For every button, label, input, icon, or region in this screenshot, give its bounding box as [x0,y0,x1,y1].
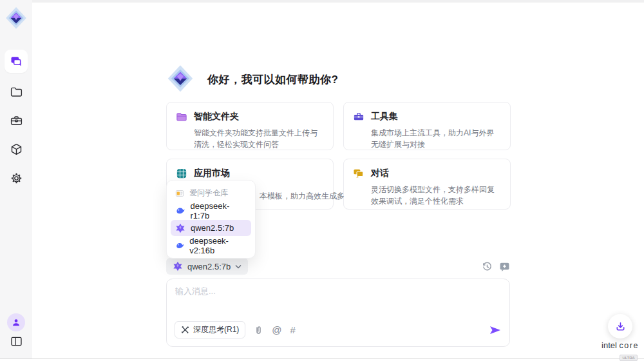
deep-think-button[interactable]: 深度思考(R1) [175,321,245,338]
sidebar-item-account[interactable] [0,313,32,331]
smart-folder-icon [176,111,187,123]
attachment-icon[interactable] [254,325,263,335]
model-bar: qwen2.5:7b [166,258,510,275]
sidebar-item-folders[interactable] [0,85,32,99]
card-description: 灵活切换多模型文件，支持多样回复效果调试，满足个性化需求 [371,184,501,207]
model-dropdown: 爱问学仓库 deepseek-r1:7b qwen2.5:7b deepseek… [166,180,256,259]
gear-icon [10,172,23,185]
intel-core-text: core [620,341,639,350]
card-title: 应用市场 [194,168,230,179]
chat-icon [10,55,23,68]
send-icon [489,325,501,335]
window-bottom-border [0,358,644,359]
composer: 深度思考(R1) @ # [166,279,510,347]
sidebar-item-settings[interactable] [0,172,32,185]
cube-icon [10,142,23,156]
dialog-icon [353,168,365,179]
app-logo-icon [5,6,27,31]
model-option-qwen[interactable]: qwen2.5:7b [171,220,251,236]
chevron-down-icon [235,264,242,269]
avatar [7,313,25,331]
hash-icon[interactable]: # [290,325,296,335]
deep-think-icon [181,326,189,334]
card-title: 智能文件夹 [194,111,239,123]
deep-think-label: 深度思考(R1) [193,324,239,335]
card-description-partial: 本模板，助力高效生成多 [260,191,345,202]
repo-icon [175,189,184,198]
sidebar-item-toolbox[interactable] [0,114,32,128]
layout-toggle-icon [10,335,23,348]
greeting-logo-icon [166,64,194,94]
composer-toolbar: 深度思考(R1) @ # [175,321,501,338]
intel-brand-text: intel [601,340,617,350]
briefcase-icon [10,114,23,128]
user-icon [11,317,21,328]
new-chat-icon[interactable] [499,261,510,272]
app-market-icon [176,168,187,179]
send-button[interactable] [489,325,501,335]
card-toolset[interactable]: 工具集 集成市场上主流工具，助力AI与外界无缝扩展与对接 [343,102,511,150]
download-icon [615,321,626,332]
card-title: 工具集 [371,111,398,123]
qwen-icon [173,261,183,271]
greeting-title: 你好，我可以如何帮助你? [207,72,338,87]
model-option-deepseek-v2[interactable]: deepseek-v2:16b [171,237,251,253]
main-content: 你好，我可以如何帮助你? 智能文件夹 智能文件夹功能支持批量文件上传与清洗，轻松… [166,0,510,363]
card-description: 智能文件夹功能支持批量文件上传与清洗，轻松实现文件问答 [194,127,324,150]
model-group-label: 爱问学仓库 [189,188,228,199]
toolset-icon [353,111,365,123]
qwen-icon [175,223,185,233]
model-option-label: qwen2.5:7b [191,223,234,233]
deepseek-icon [175,240,184,251]
model-option-deepseek-r1[interactable]: deepseek-r1:7b [171,202,251,219]
model-option-label: deepseek-v2:16b [189,236,247,255]
greeting: 你好，我可以如何帮助你? [166,64,338,94]
model-selector-value: qwen2.5:7b [187,262,231,271]
mention-icon[interactable]: @ [272,325,281,335]
sidebar [0,0,32,358]
sidebar-toggle[interactable] [0,335,32,348]
card-smart-folder[interactable]: 智能文件夹 智能文件夹功能支持批量文件上传与清洗，轻松实现文件问答 [166,102,334,150]
message-input[interactable] [175,286,500,313]
history-icon[interactable] [482,261,493,272]
deepseek-icon [175,206,185,216]
intel-ultra-tag: ultra [620,355,637,361]
card-description: 集成市场上主流工具，助力AI与外界无缝扩展与对接 [371,127,501,150]
card-dialog[interactable]: 对话 灵活切换多模型文件，支持多样回复效果调试，满足个性化需求 [343,159,511,210]
model-group-header: 爱问学仓库 [171,185,251,201]
app-logo [0,6,32,31]
download-button[interactable] [608,314,632,338]
folder-icon [10,85,23,99]
sidebar-item-models[interactable] [0,142,32,156]
model-option-label: deepseek-r1:7b [191,201,247,221]
sidebar-item-chat[interactable] [0,50,32,73]
card-title: 对话 [371,168,389,179]
model-selector[interactable]: qwen2.5:7b [166,258,248,275]
intel-core-badge: intel core ultra [599,340,641,362]
